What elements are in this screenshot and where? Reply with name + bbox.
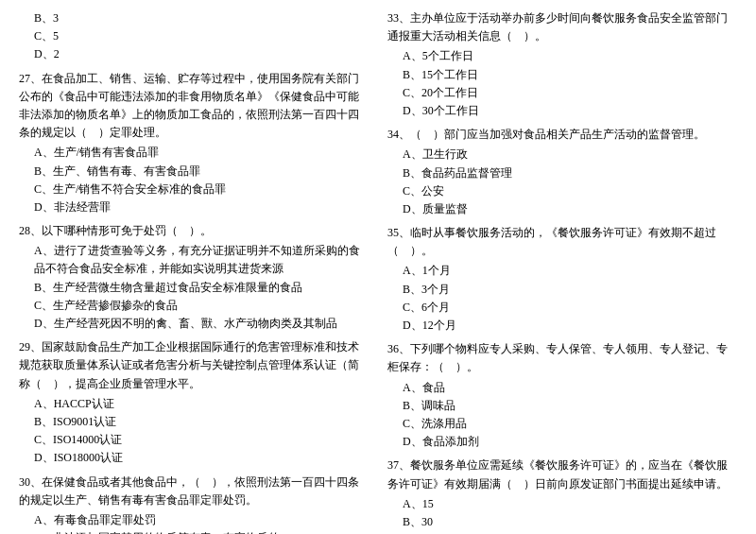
q37-b: B、30: [387, 513, 737, 531]
question-36: 36、下列哪个物料应专人采购、专人保管、专人领用、专人登记、专柜保存：（ ）。 …: [387, 340, 737, 451]
q28-b: B、生产经营微生物含量超过食品安全标准限量的食品: [19, 279, 369, 297]
q36-a: A、食品: [387, 379, 737, 397]
q29-a: A、HACCP认证: [19, 395, 369, 413]
q29-d: D、ISO18000认证: [19, 449, 369, 467]
q34-text: 34、（ ）部门应当加强对食品相关产品生产活动的监督管理。: [387, 126, 737, 144]
question-37: 37、餐饮服务单位应需延续《餐饮服务许可证》的，应当在《餐饮服务许可证》有效期届…: [387, 456, 737, 534]
q35-b: B、3个月: [387, 281, 737, 299]
q27-a: A、生产/销售有害食品罪: [19, 144, 369, 162]
q33-c: C、20个工作日: [387, 84, 737, 102]
question-b3: B、3 C、5 D、2: [19, 9, 369, 64]
question-35: 35、临时从事餐饮服务活动的，《餐饮服务许可证》有效期不超过（ ）。 A、1个月…: [387, 224, 737, 335]
q27-d: D、非法经营罪: [19, 198, 369, 216]
question-30: 30、在保健食品或者其他食品中，（ ），依照刑法第一百四十四条的规定以生产、销售…: [19, 474, 369, 535]
q28-a: A、进行了进货查验等义务，有充分证据证明并不知道所采购的食品不符合食品安全标准，…: [19, 242, 369, 278]
q36-text: 36、下列哪个物料应专人采购、专人保管、专人领用、专人登记、专柜保存：（ ）。: [387, 340, 737, 376]
q33-b: B、15个工作日: [387, 66, 737, 84]
q33-text: 33、主办单位应于活动举办前多少时间向餐饮服务食品安全监管部门通报重大活动相关信…: [387, 9, 737, 45]
q35-text: 35、临时从事餐饮服务活动的，《餐饮服务许可证》有效期不超过（ ）。: [387, 224, 737, 260]
q33-a: A、5个工作日: [387, 47, 737, 65]
q34-c: C、公安: [387, 182, 737, 200]
page-container: B、3 C、5 D、2 27、在食品加工、销售、运输、贮存等过程中，使用国务院有…: [19, 9, 737, 534]
right-column: 33、主办单位应于活动举办前多少时间向餐饮服务食品安全监管部门通报重大活动相关信…: [387, 9, 737, 534]
question-29: 29、国家鼓励食品生产加工企业根据国际通行的危害管理标准和技术规范获取质量体系认…: [19, 338, 369, 467]
q27-b: B、生产、销售有毒、有害食品罪: [19, 163, 369, 181]
question-27: 27、在食品加工、销售、运输、贮存等过程中，使用国务院有关部门公布的《食品中可能…: [19, 70, 369, 217]
option-b3-b: B、3: [19, 9, 369, 27]
q34-d: D、质量监督: [387, 200, 737, 218]
q37-a: A、15: [387, 495, 737, 513]
q33-d: D、30个工作日: [387, 102, 737, 120]
q36-b: B、调味品: [387, 397, 737, 415]
q30-b: B、非法添加国家禁用的物质等有毒、有害物质的: [19, 529, 369, 534]
q36-d: D、食品添加剂: [387, 433, 737, 451]
q30-text: 30、在保健食品或者其他食品中，（ ），依照刑法第一百四十四条的规定以生产、销售…: [19, 474, 369, 509]
q29-b: B、ISO9001认证: [19, 413, 369, 431]
question-28: 28、以下哪种情形可免于处罚（ ）。 A、进行了进货查验等义务，有充分证据证明并…: [19, 222, 369, 333]
q35-a: A、1个月: [387, 262, 737, 280]
q29-text: 29、国家鼓励食品生产加工企业根据国际通行的危害管理标准和技术规范获取质量体系认…: [19, 338, 369, 393]
question-34: 34、（ ）部门应当加强对食品相关产品生产活动的监督管理。 A、卫生行政 B、食…: [387, 126, 737, 218]
q28-c: C、生产经营掺假掺杂的食品: [19, 297, 369, 315]
q27-c: C、生产/销售不符合安全标准的食品罪: [19, 181, 369, 198]
q30-a: A、有毒食品罪定罪处罚: [19, 511, 369, 529]
option-b3-c: C、5: [19, 27, 369, 45]
q37-text: 37、餐饮服务单位应需延续《餐饮服务许可证》的，应当在《餐饮服务许可证》有效期届…: [387, 456, 737, 492]
q28-d: D、生产经营死因不明的禽、畜、獸、水产动物肉类及其制品: [19, 315, 369, 333]
q28-text: 28、以下哪种情形可免于处罚（ ）。: [19, 222, 369, 240]
q27-text: 27、在食品加工、销售、运输、贮存等过程中，使用国务院有关部门公布的《食品中可能…: [19, 70, 369, 143]
question-33: 33、主办单位应于活动举办前多少时间向餐饮服务食品安全监管部门通报重大活动相关信…: [387, 9, 737, 120]
q34-b: B、食品药品监督管理: [387, 164, 737, 182]
q36-c: C、洗涤用品: [387, 415, 737, 433]
option-b3-d: D、2: [19, 45, 369, 63]
q35-d: D、12个月: [387, 317, 737, 335]
q35-c: C、6个月: [387, 299, 737, 317]
q29-c: C、ISO14000认证: [19, 431, 369, 449]
left-column: B、3 C、5 D、2 27、在食品加工、销售、运输、贮存等过程中，使用国务院有…: [19, 9, 369, 534]
q34-a: A、卫生行政: [387, 146, 737, 164]
